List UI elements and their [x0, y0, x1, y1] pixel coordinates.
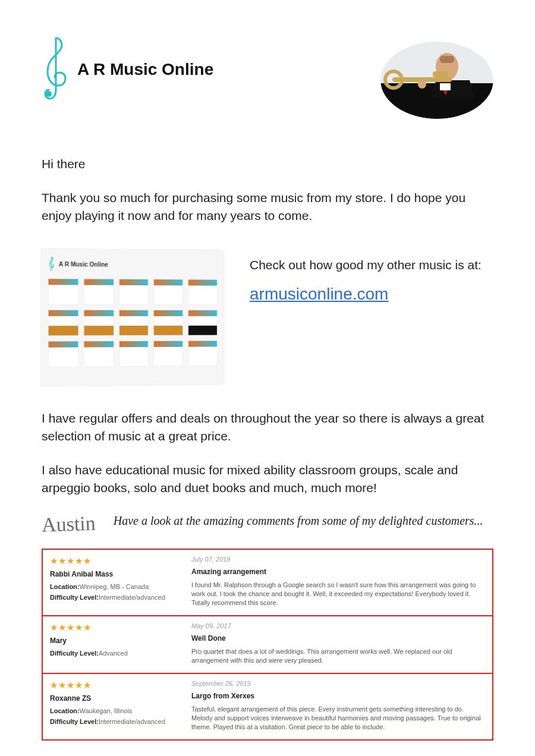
musician-photo	[380, 42, 493, 119]
review-location: Location:Winnipeg, MB - Canada	[50, 583, 181, 590]
reviewer-name: Mary	[50, 637, 181, 645]
education-paragraph: I also have educational music for mixed …	[42, 461, 493, 497]
treble-clef-icon	[42, 36, 70, 103]
review-title: Well Done	[191, 634, 485, 642]
review-date: May 09, 2017	[191, 622, 485, 629]
star-rating-icon: ★★★★★	[50, 680, 181, 691]
review-difficulty: Difficulty Level:Intermediate/advanced	[50, 594, 181, 601]
review-title: Amazing arrangement	[191, 568, 485, 576]
svg-rect-5	[440, 56, 454, 63]
handwritten-note: Have a look at the amazing comments from…	[114, 513, 493, 529]
star-rating-icon: ★★★★★	[50, 622, 181, 633]
review-row: ★★★★★ Roxanne ZS Location:Waukegan, Illi…	[43, 673, 492, 739]
thank-you-text: Thank you so much for purchasing some mu…	[42, 189, 493, 225]
star-rating-icon: ★★★★★	[50, 556, 181, 566]
screenshot-brand: A R Music Online	[59, 260, 108, 267]
review-row: ★★★★★ Mary Difficulty Level:Advanced May…	[43, 615, 492, 673]
promo-lead: Check out how good my other music is at:	[250, 256, 493, 274]
review-body: Tasteful, elegant arrangement of this pi…	[191, 705, 485, 732]
review-date: September 26, 2019	[191, 680, 485, 687]
review-difficulty: Difficulty Level:Advanced	[50, 650, 181, 657]
reviews-box: ★★★★★ Rabbi Anibal Mass Location:Winnipe…	[42, 549, 493, 741]
deals-paragraph: I have regular offers and deals on throu…	[42, 410, 493, 446]
review-title: Largo from Xerxes	[191, 692, 485, 700]
review-difficulty: Difficulty Level:Intermediate/advanced	[50, 718, 181, 725]
reviewer-name: Rabbi Anibal Mass	[50, 570, 181, 578]
review-location: Location:Waukegan, Illinois	[50, 707, 181, 714]
svg-rect-8	[433, 71, 448, 77]
brand-title: A R Music Online	[77, 60, 213, 79]
author-signature: Austin	[41, 512, 96, 536]
svg-point-9	[418, 80, 426, 89]
review-body: I found Mr. Ralphson through a Google se…	[191, 581, 485, 608]
review-body: Pro quartet that does a lot of weddings.…	[191, 647, 485, 666]
greeting-text: Hi there	[42, 157, 493, 171]
review-row: ★★★★★ Rabbi Anibal Mass Location:Winnipe…	[43, 550, 492, 615]
website-link[interactable]: armusiconline.com	[250, 285, 388, 303]
website-screenshot: A R Music Online	[40, 248, 224, 386]
review-date: July 07, 2019	[191, 556, 485, 563]
promo-section: A R Music Online Check out how good my o…	[42, 249, 493, 386]
reviewer-name: Roxanne ZS	[50, 694, 181, 703]
svg-point-0	[46, 91, 52, 97]
signature-row: Austin Have a look at the amazing commen…	[42, 513, 493, 536]
